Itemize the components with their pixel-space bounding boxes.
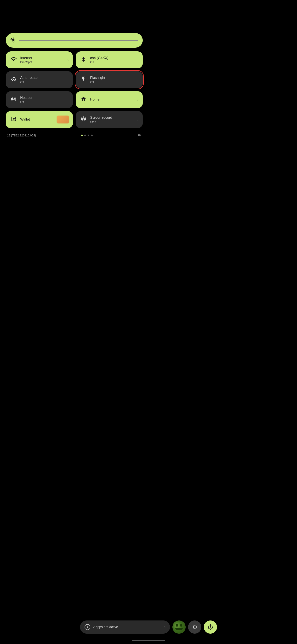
bluetooth-title: ch4 (G4KX) (90, 56, 139, 60)
quick-settings-panel: Internet DinoSpot › ch4 (G4KX) On (0, 0, 148, 138)
bluetooth-icon (80, 56, 87, 64)
tile-screenrecord[interactable]: Screen record Start › (76, 111, 143, 128)
bluetooth-subtitle: On (90, 60, 139, 64)
edit-icon[interactable]: ✏ (138, 133, 141, 138)
screenrecord-title: Screen record (90, 116, 134, 120)
internet-subtitle: DinoSpot (20, 60, 64, 64)
flashlight-icon (80, 76, 87, 84)
quick-tiles-grid: Internet DinoSpot › ch4 (G4KX) On (6, 52, 143, 128)
flashlight-subtitle: Off (90, 80, 139, 84)
tile-flashlight[interactable]: Flashlight Off (76, 71, 143, 88)
wallet-icon (10, 116, 17, 123)
tile-home[interactable]: Home › (76, 91, 143, 108)
autorotate-subtitle: Off (20, 80, 69, 84)
hotspot-subtitle: Off (20, 100, 69, 104)
hotspot-title: Hotspot (20, 96, 69, 100)
screenrecord-subtitle: Start (90, 120, 134, 124)
tile-internet[interactable]: Internet DinoSpot › (6, 52, 73, 68)
flashlight-title: Flashlight (90, 76, 139, 80)
screenrecord-icon (80, 116, 87, 123)
autorotate-title: Auto-rotate (20, 76, 69, 80)
home-title: Home (90, 98, 134, 102)
rotate-icon (10, 76, 17, 84)
brightness-track[interactable] (19, 40, 138, 41)
internet-chevron: › (67, 58, 69, 62)
home-chevron: › (137, 98, 139, 102)
home-icon (80, 96, 87, 103)
build-number: 13 (T1B2.220916.004) (7, 134, 36, 137)
tile-hotspot[interactable]: Hotspot Off (6, 91, 73, 108)
wallet-card-preview (57, 116, 69, 124)
page-dots (81, 134, 93, 136)
wifi-icon (10, 56, 17, 64)
hotspot-icon (10, 96, 17, 103)
footer-info: 13 (T1B2.220916.004) ✏ (6, 129, 143, 138)
brightness-slider[interactable] (6, 33, 143, 48)
screenrecord-chevron: › (137, 118, 139, 122)
internet-title: Internet (20, 56, 64, 60)
dot-3 (88, 134, 89, 136)
dot-2 (84, 134, 86, 136)
brightness-icon (10, 37, 16, 44)
tile-bluetooth[interactable]: ch4 (G4KX) On (76, 52, 143, 68)
tile-wallet[interactable]: Wallet (6, 111, 73, 128)
dot-1 (81, 134, 83, 136)
tile-autorotate[interactable]: Auto-rotate Off (6, 71, 73, 88)
dot-4 (91, 134, 93, 136)
